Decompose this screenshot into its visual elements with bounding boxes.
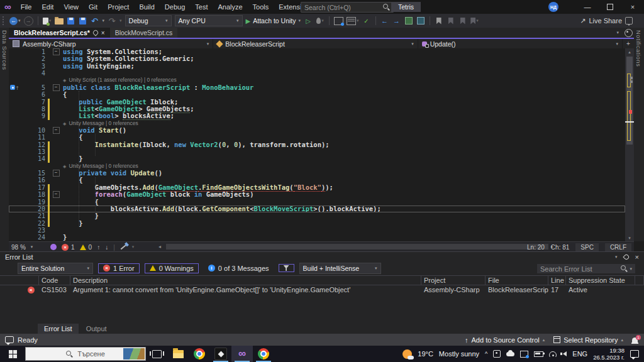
- notifications-bell-icon[interactable]: 1: [632, 337, 638, 343]
- taskbar-chrome-2[interactable]: [253, 346, 274, 362]
- code-line-21[interactable]: 21 }: [9, 212, 625, 219]
- line-number[interactable]: 12: [20, 141, 45, 148]
- code-line-12[interactable]: 12 Instantiate(Iblock, new Vector2(0, 0)…: [9, 141, 625, 148]
- fold-margin[interactable]: −: [52, 127, 60, 134]
- fold-margin[interactable]: [52, 177, 60, 184]
- line-number[interactable]: 18: [20, 191, 45, 198]
- fold-collapse-icon[interactable]: −: [53, 191, 60, 198]
- panel-close-icon[interactable]: ×: [635, 253, 639, 261]
- menu-edit[interactable]: Edit: [37, 0, 58, 14]
- glyph-margin[interactable]: [9, 227, 20, 234]
- scope-dropdown[interactable]: Entire Solution▾: [18, 263, 93, 274]
- glyph-margin[interactable]: [9, 106, 20, 112]
- warning-indicator[interactable]: 0: [80, 244, 92, 251]
- code-line-22[interactable]: 22 }: [9, 220, 625, 227]
- fold-margin[interactable]: [52, 106, 60, 112]
- start-without-debugging-button[interactable]: ▷: [304, 16, 313, 26]
- glyph-margin[interactable]: [9, 127, 20, 134]
- code-line-23[interactable]: 23: [9, 227, 625, 234]
- code-line-15[interactable]: 15− private void Update(): [9, 170, 625, 177]
- save-all-button[interactable]: [79, 16, 87, 26]
- line-number[interactable]: 13: [20, 148, 45, 155]
- open-file-button[interactable]: [55, 16, 64, 26]
- fold-collapse-icon[interactable]: −: [53, 84, 60, 91]
- error-list-search-box[interactable]: Search Error List ▾: [537, 264, 635, 273]
- run-code-analysis-button[interactable]: ✓: [362, 16, 371, 26]
- code-line-20[interactable]: 20 blocksActive.Add(block.GetComponent<B…: [9, 206, 625, 212]
- code-line-10[interactable]: 10− void Start(): [9, 127, 625, 134]
- menu-tools[interactable]: Tools: [248, 0, 274, 14]
- fold-margin[interactable]: [52, 134, 60, 141]
- col-file[interactable]: File: [486, 276, 548, 285]
- line-number[interactable]: 1: [20, 48, 45, 55]
- tab-BlockReleaserScript-cs-[interactable]: BlockReleaserScript.cs*×: [9, 28, 110, 38]
- step-over-button[interactable]: →: [392, 16, 401, 26]
- display-tray-icon[interactable]: [520, 351, 528, 358]
- task-view-button[interactable]: [146, 346, 167, 362]
- next-issue-button[interactable]: ↓: [105, 244, 108, 251]
- navigate-back-button[interactable]: ←▾: [9, 16, 21, 26]
- taskbar-file-explorer[interactable]: [167, 346, 189, 362]
- line-number[interactable]: 5: [20, 84, 45, 91]
- solution-explorer-button[interactable]: ▾: [347, 16, 359, 26]
- glyph-margin[interactable]: [9, 141, 20, 148]
- code-line-3[interactable]: 3using UnityEngine;: [9, 63, 625, 70]
- minimize-button[interactable]: —: [576, 0, 599, 14]
- menu-git[interactable]: Git: [84, 0, 102, 14]
- data-sources-tab[interactable]: Data Sources: [1, 30, 8, 70]
- code-line-13[interactable]: 13: [9, 148, 625, 155]
- weather-text[interactable]: Mostly sunny: [439, 350, 479, 358]
- panel-tab-output[interactable]: Output: [80, 324, 113, 334]
- fold-margin[interactable]: [52, 55, 60, 62]
- save-button[interactable]: [67, 16, 75, 26]
- col-project[interactable]: Project: [421, 276, 486, 285]
- error-indicator[interactable]: ×1: [62, 244, 75, 251]
- select-repository-button[interactable]: Select Repository ▴: [553, 336, 623, 344]
- fold-margin[interactable]: [52, 141, 60, 148]
- feedback-icon[interactable]: [625, 17, 633, 25]
- fold-collapse-icon[interactable]: −: [53, 170, 60, 177]
- fold-collapse-icon[interactable]: −: [53, 127, 60, 134]
- avatar[interactable]: НД: [548, 2, 558, 12]
- line-number[interactable]: 11: [20, 134, 45, 141]
- code-line-5[interactable]: †5−public class BlockReleaserScript : Mo…: [9, 84, 625, 91]
- menu-view[interactable]: View: [59, 0, 83, 14]
- close-icon[interactable]: ×: [101, 30, 105, 36]
- code-line-4[interactable]: 4: [9, 70, 625, 77]
- gear-icon[interactable]: [625, 29, 633, 37]
- glyph-margin[interactable]: [9, 184, 20, 191]
- menu-analyze[interactable]: Analyze: [213, 0, 247, 14]
- glyph-margin[interactable]: [9, 99, 20, 106]
- panel-tab-error-list[interactable]: Error List: [38, 324, 79, 334]
- undo-dropdown[interactable]: ▾: [103, 18, 105, 23]
- glyph-margin[interactable]: [9, 55, 20, 62]
- vertical-scrollbar[interactable]: ▴ ▾: [625, 48, 634, 241]
- menu-project[interactable]: Project: [103, 0, 133, 14]
- navigate-forward-button[interactable]: →: [24, 16, 33, 26]
- line-number[interactable]: 15: [20, 170, 45, 177]
- split-window-button[interactable]: +: [623, 39, 634, 48]
- start-button[interactable]: [0, 346, 25, 362]
- fold-margin[interactable]: −: [52, 48, 60, 55]
- line-number[interactable]: 19: [20, 199, 45, 206]
- fold-margin[interactable]: [52, 148, 60, 155]
- wifi-icon[interactable]: [549, 351, 557, 357]
- fold-margin[interactable]: [52, 70, 60, 77]
- redo-dropdown[interactable]: ▾: [119, 18, 122, 23]
- fold-margin[interactable]: −: [52, 170, 60, 177]
- clock[interactable]: 19:38 26.5.2023 г.: [593, 347, 625, 361]
- line-number[interactable]: 3: [20, 63, 45, 70]
- code-line-14[interactable]: 14 }: [9, 155, 625, 162]
- il-viewer-2-button[interactable]: [416, 16, 425, 26]
- scroll-up-icon[interactable]: ▴: [625, 48, 634, 55]
- line-number[interactable]: 17: [20, 184, 45, 191]
- toggle-bookmark-button[interactable]: [435, 16, 443, 26]
- quick-search-box[interactable]: Search (Ctrl+Q): [301, 2, 394, 13]
- errors-filter-button[interactable]: ×1 Error: [98, 263, 140, 273]
- next-bookmark-button[interactable]: [458, 16, 467, 26]
- prev-issue-button[interactable]: ↑: [97, 244, 100, 251]
- glyph-margin[interactable]: [9, 234, 20, 241]
- code-cleanup-dropdown[interactable]: ▾: [132, 244, 135, 250]
- menu-test[interactable]: Test: [191, 0, 212, 14]
- teams-tray-icon[interactable]: [493, 350, 501, 358]
